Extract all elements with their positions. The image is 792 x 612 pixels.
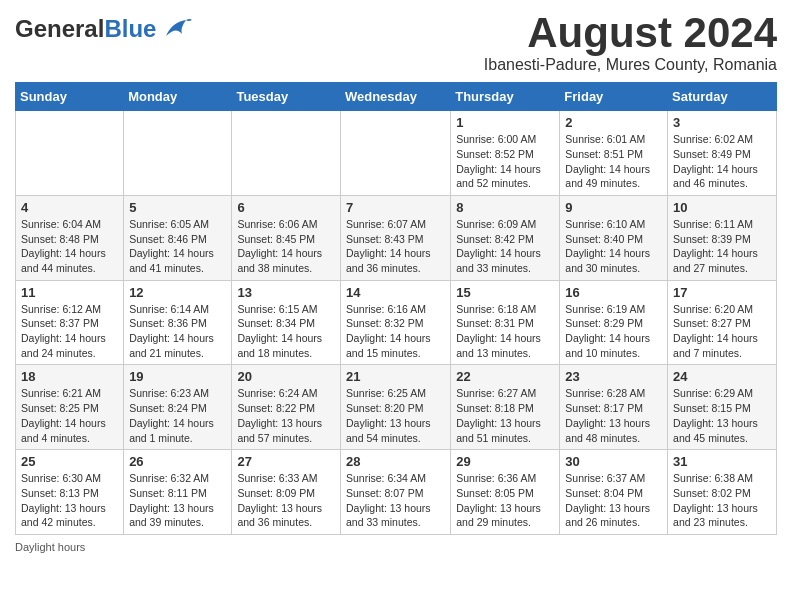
cell-date-number: 23 bbox=[565, 369, 662, 384]
cell-info-text: Sunrise: 6:24 AM Sunset: 8:22 PM Dayligh… bbox=[237, 386, 335, 445]
calendar-cell: 16Sunrise: 6:19 AM Sunset: 8:29 PM Dayli… bbox=[560, 280, 668, 365]
cell-date-number: 10 bbox=[673, 200, 771, 215]
calendar-cell: 31Sunrise: 6:38 AM Sunset: 8:02 PM Dayli… bbox=[668, 450, 777, 535]
cell-date-number: 8 bbox=[456, 200, 554, 215]
calendar-cell: 18Sunrise: 6:21 AM Sunset: 8:25 PM Dayli… bbox=[16, 365, 124, 450]
calendar-cell: 3Sunrise: 6:02 AM Sunset: 8:49 PM Daylig… bbox=[668, 111, 777, 196]
calendar-cell: 21Sunrise: 6:25 AM Sunset: 8:20 PM Dayli… bbox=[340, 365, 450, 450]
calendar-header-row: SundayMondayTuesdayWednesdayThursdayFrid… bbox=[16, 83, 777, 111]
calendar-week-row: 4Sunrise: 6:04 AM Sunset: 8:48 PM Daylig… bbox=[16, 195, 777, 280]
calendar-cell: 26Sunrise: 6:32 AM Sunset: 8:11 PM Dayli… bbox=[124, 450, 232, 535]
calendar-cell bbox=[340, 111, 450, 196]
calendar-cell: 17Sunrise: 6:20 AM Sunset: 8:27 PM Dayli… bbox=[668, 280, 777, 365]
cell-info-text: Sunrise: 6:06 AM Sunset: 8:45 PM Dayligh… bbox=[237, 217, 335, 276]
calendar-week-row: 25Sunrise: 6:30 AM Sunset: 8:13 PM Dayli… bbox=[16, 450, 777, 535]
calendar-cell: 7Sunrise: 6:07 AM Sunset: 8:43 PM Daylig… bbox=[340, 195, 450, 280]
cell-info-text: Sunrise: 6:28 AM Sunset: 8:17 PM Dayligh… bbox=[565, 386, 662, 445]
cell-date-number: 24 bbox=[673, 369, 771, 384]
calendar-cell bbox=[124, 111, 232, 196]
cell-info-text: Sunrise: 6:38 AM Sunset: 8:02 PM Dayligh… bbox=[673, 471, 771, 530]
cell-date-number: 9 bbox=[565, 200, 662, 215]
calendar-cell: 27Sunrise: 6:33 AM Sunset: 8:09 PM Dayli… bbox=[232, 450, 341, 535]
cell-date-number: 3 bbox=[673, 115, 771, 130]
cell-date-number: 7 bbox=[346, 200, 445, 215]
cell-date-number: 14 bbox=[346, 285, 445, 300]
cell-date-number: 16 bbox=[565, 285, 662, 300]
cell-date-number: 19 bbox=[129, 369, 226, 384]
calendar-cell: 1Sunrise: 6:00 AM Sunset: 8:52 PM Daylig… bbox=[451, 111, 560, 196]
calendar-cell: 11Sunrise: 6:12 AM Sunset: 8:37 PM Dayli… bbox=[16, 280, 124, 365]
calendar-day-header: Wednesday bbox=[340, 83, 450, 111]
cell-info-text: Sunrise: 6:23 AM Sunset: 8:24 PM Dayligh… bbox=[129, 386, 226, 445]
calendar-cell: 19Sunrise: 6:23 AM Sunset: 8:24 PM Dayli… bbox=[124, 365, 232, 450]
logo-bird-icon bbox=[158, 18, 192, 40]
calendar-cell: 29Sunrise: 6:36 AM Sunset: 8:05 PM Dayli… bbox=[451, 450, 560, 535]
calendar-day-header: Friday bbox=[560, 83, 668, 111]
cell-info-text: Sunrise: 6:30 AM Sunset: 8:13 PM Dayligh… bbox=[21, 471, 118, 530]
header: GeneralBlue August 2024 Ibanesti-Padure,… bbox=[15, 10, 777, 74]
cell-date-number: 21 bbox=[346, 369, 445, 384]
cell-date-number: 22 bbox=[456, 369, 554, 384]
cell-date-number: 18 bbox=[21, 369, 118, 384]
calendar-cell: 6Sunrise: 6:06 AM Sunset: 8:45 PM Daylig… bbox=[232, 195, 341, 280]
calendar-cell: 14Sunrise: 6:16 AM Sunset: 8:32 PM Dayli… bbox=[340, 280, 450, 365]
cell-info-text: Sunrise: 6:20 AM Sunset: 8:27 PM Dayligh… bbox=[673, 302, 771, 361]
cell-info-text: Sunrise: 6:00 AM Sunset: 8:52 PM Dayligh… bbox=[456, 132, 554, 191]
cell-date-number: 5 bbox=[129, 200, 226, 215]
cell-info-text: Sunrise: 6:16 AM Sunset: 8:32 PM Dayligh… bbox=[346, 302, 445, 361]
cell-date-number: 4 bbox=[21, 200, 118, 215]
cell-date-number: 12 bbox=[129, 285, 226, 300]
calendar-cell: 4Sunrise: 6:04 AM Sunset: 8:48 PM Daylig… bbox=[16, 195, 124, 280]
daylight-label: Daylight hours bbox=[15, 541, 85, 553]
calendar-cell: 13Sunrise: 6:15 AM Sunset: 8:34 PM Dayli… bbox=[232, 280, 341, 365]
calendar-day-header: Saturday bbox=[668, 83, 777, 111]
cell-info-text: Sunrise: 6:21 AM Sunset: 8:25 PM Dayligh… bbox=[21, 386, 118, 445]
cell-info-text: Sunrise: 6:29 AM Sunset: 8:15 PM Dayligh… bbox=[673, 386, 771, 445]
cell-info-text: Sunrise: 6:14 AM Sunset: 8:36 PM Dayligh… bbox=[129, 302, 226, 361]
cell-info-text: Sunrise: 6:01 AM Sunset: 8:51 PM Dayligh… bbox=[565, 132, 662, 191]
cell-info-text: Sunrise: 6:04 AM Sunset: 8:48 PM Dayligh… bbox=[21, 217, 118, 276]
cell-info-text: Sunrise: 6:07 AM Sunset: 8:43 PM Dayligh… bbox=[346, 217, 445, 276]
cell-info-text: Sunrise: 6:34 AM Sunset: 8:07 PM Dayligh… bbox=[346, 471, 445, 530]
cell-info-text: Sunrise: 6:11 AM Sunset: 8:39 PM Dayligh… bbox=[673, 217, 771, 276]
calendar-cell: 20Sunrise: 6:24 AM Sunset: 8:22 PM Dayli… bbox=[232, 365, 341, 450]
cell-info-text: Sunrise: 6:05 AM Sunset: 8:46 PM Dayligh… bbox=[129, 217, 226, 276]
calendar-cell: 10Sunrise: 6:11 AM Sunset: 8:39 PM Dayli… bbox=[668, 195, 777, 280]
calendar-day-header: Tuesday bbox=[232, 83, 341, 111]
calendar-cell: 9Sunrise: 6:10 AM Sunset: 8:40 PM Daylig… bbox=[560, 195, 668, 280]
title-area: August 2024 Ibanesti-Padure, Mures Count… bbox=[484, 10, 777, 74]
cell-date-number: 6 bbox=[237, 200, 335, 215]
calendar-week-row: 11Sunrise: 6:12 AM Sunset: 8:37 PM Dayli… bbox=[16, 280, 777, 365]
cell-date-number: 26 bbox=[129, 454, 226, 469]
calendar-cell: 30Sunrise: 6:37 AM Sunset: 8:04 PM Dayli… bbox=[560, 450, 668, 535]
cell-date-number: 11 bbox=[21, 285, 118, 300]
calendar-cell: 25Sunrise: 6:30 AM Sunset: 8:13 PM Dayli… bbox=[16, 450, 124, 535]
cell-date-number: 30 bbox=[565, 454, 662, 469]
cell-info-text: Sunrise: 6:25 AM Sunset: 8:20 PM Dayligh… bbox=[346, 386, 445, 445]
calendar-cell: 22Sunrise: 6:27 AM Sunset: 8:18 PM Dayli… bbox=[451, 365, 560, 450]
calendar-cell: 5Sunrise: 6:05 AM Sunset: 8:46 PM Daylig… bbox=[124, 195, 232, 280]
cell-info-text: Sunrise: 6:09 AM Sunset: 8:42 PM Dayligh… bbox=[456, 217, 554, 276]
cell-info-text: Sunrise: 6:33 AM Sunset: 8:09 PM Dayligh… bbox=[237, 471, 335, 530]
logo: GeneralBlue bbox=[15, 15, 192, 43]
cell-info-text: Sunrise: 6:27 AM Sunset: 8:18 PM Dayligh… bbox=[456, 386, 554, 445]
cell-date-number: 1 bbox=[456, 115, 554, 130]
calendar-cell: 8Sunrise: 6:09 AM Sunset: 8:42 PM Daylig… bbox=[451, 195, 560, 280]
calendar-cell bbox=[232, 111, 341, 196]
cell-date-number: 25 bbox=[21, 454, 118, 469]
calendar-cell: 24Sunrise: 6:29 AM Sunset: 8:15 PM Dayli… bbox=[668, 365, 777, 450]
cell-date-number: 13 bbox=[237, 285, 335, 300]
cell-info-text: Sunrise: 6:02 AM Sunset: 8:49 PM Dayligh… bbox=[673, 132, 771, 191]
cell-info-text: Sunrise: 6:32 AM Sunset: 8:11 PM Dayligh… bbox=[129, 471, 226, 530]
calendar-cell: 12Sunrise: 6:14 AM Sunset: 8:36 PM Dayli… bbox=[124, 280, 232, 365]
cell-date-number: 27 bbox=[237, 454, 335, 469]
calendar-week-row: 18Sunrise: 6:21 AM Sunset: 8:25 PM Dayli… bbox=[16, 365, 777, 450]
cell-date-number: 31 bbox=[673, 454, 771, 469]
cell-info-text: Sunrise: 6:10 AM Sunset: 8:40 PM Dayligh… bbox=[565, 217, 662, 276]
cell-info-text: Sunrise: 6:19 AM Sunset: 8:29 PM Dayligh… bbox=[565, 302, 662, 361]
cell-date-number: 17 bbox=[673, 285, 771, 300]
calendar-table: SundayMondayTuesdayWednesdayThursdayFrid… bbox=[15, 82, 777, 535]
calendar-cell: 23Sunrise: 6:28 AM Sunset: 8:17 PM Dayli… bbox=[560, 365, 668, 450]
calendar-cell bbox=[16, 111, 124, 196]
calendar-cell: 15Sunrise: 6:18 AM Sunset: 8:31 PM Dayli… bbox=[451, 280, 560, 365]
